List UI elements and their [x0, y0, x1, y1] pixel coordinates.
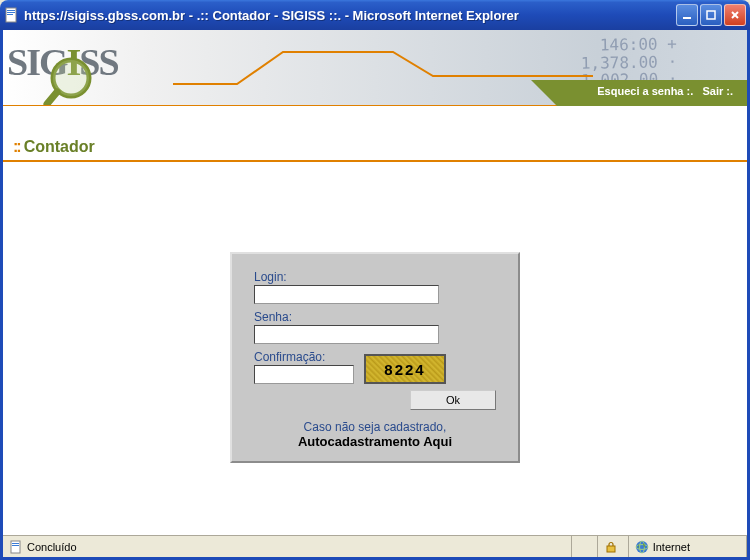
status-text: Concluído — [27, 541, 77, 553]
not-registered-text: Caso não seja cadastrado, — [254, 420, 496, 434]
maximize-button[interactable] — [700, 4, 722, 26]
magnifier-icon — [43, 54, 103, 106]
svg-rect-12 — [12, 543, 19, 544]
status-security — [598, 536, 629, 557]
captcha-image: 8224 — [364, 354, 446, 384]
content-area: ::Contador Login: Senha: Confirmação: 82… — [3, 132, 747, 535]
page-title: ::Contador — [13, 138, 95, 155]
svg-rect-13 — [12, 545, 19, 546]
page-header: ::Contador — [3, 132, 747, 162]
self-register-link[interactable]: Autocadastramento Aqui — [254, 434, 496, 449]
register-block: Caso não seja cadastrado, Autocadastrame… — [254, 420, 496, 449]
banner-swoosh — [173, 44, 593, 104]
confirm-input[interactable] — [254, 365, 354, 384]
status-empty-1 — [572, 536, 598, 557]
svg-rect-14 — [607, 546, 615, 552]
logo: SIGISS — [7, 40, 118, 84]
confirm-label: Confirmação: — [254, 350, 354, 364]
login-row: Login: — [254, 270, 496, 304]
svg-rect-5 — [707, 11, 715, 19]
zone-text: Internet — [653, 541, 740, 553]
window-titlebar: https://sigiss.gbss.com.br - .:: Contado… — [0, 0, 750, 30]
login-label: Login: — [254, 270, 496, 284]
window-controls — [676, 4, 746, 26]
status-zone: Internet — [629, 536, 747, 557]
login-input[interactable] — [254, 285, 439, 304]
svg-point-15 — [636, 541, 648, 553]
title-dots-icon: :: — [13, 138, 20, 155]
close-button[interactable] — [724, 4, 746, 26]
password-row: Senha: — [254, 310, 496, 344]
window-title: https://sigiss.gbss.com.br - .:: Contado… — [24, 8, 676, 23]
done-page-icon — [9, 540, 23, 554]
status-bar: Concluído Internet — [3, 535, 747, 557]
status-main: Concluído — [3, 536, 572, 557]
submit-row: Ok — [254, 390, 496, 410]
svg-rect-11 — [11, 541, 20, 553]
svg-rect-2 — [7, 12, 15, 13]
topnav-tab: Esqueci a senha :. Sair :. — [557, 80, 747, 106]
svg-rect-4 — [683, 17, 691, 19]
topnav-strip: Esqueci a senha :. Sair :. — [3, 106, 747, 132]
ok-button[interactable]: Ok — [410, 390, 496, 410]
logout-link[interactable]: Sair :. — [702, 85, 733, 97]
page-title-text: Contador — [24, 138, 95, 155]
lock-icon — [604, 540, 618, 554]
svg-rect-1 — [7, 10, 15, 11]
confirm-row: Confirmação: 8224 — [254, 350, 496, 384]
forgot-password-link[interactable]: Esqueci a senha :. — [597, 85, 693, 97]
minimize-button[interactable] — [676, 4, 698, 26]
password-input[interactable] — [254, 325, 439, 344]
ie-page-icon — [4, 7, 20, 23]
window-frame: 146:00 + 1,378.00 · 1,002.00 · 220:00 + … — [0, 30, 750, 560]
svg-line-10 — [47, 92, 57, 104]
login-box: Login: Senha: Confirmação: 8224 Ok Caso … — [230, 252, 520, 463]
svg-rect-3 — [7, 14, 13, 15]
password-label: Senha: — [254, 310, 496, 324]
internet-zone-icon — [635, 540, 649, 554]
